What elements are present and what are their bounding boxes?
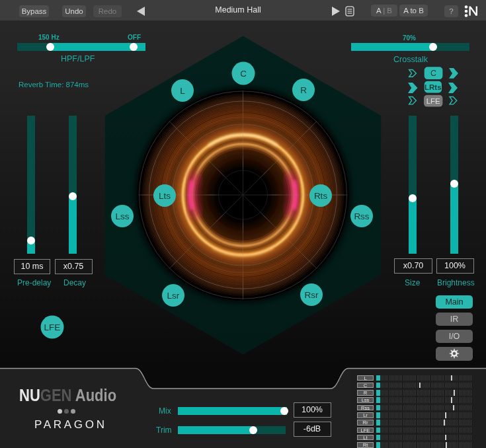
svg-text:C: C xyxy=(240,69,247,79)
svg-text:LRts: LRts xyxy=(425,83,442,91)
svg-text:Rts: Rts xyxy=(314,191,328,201)
svg-text:Rss: Rss xyxy=(354,211,369,221)
svg-text:R: R xyxy=(300,85,307,95)
svg-text:LFE: LFE xyxy=(44,322,61,332)
svg-text:Rsr: Rsr xyxy=(305,290,319,300)
svg-text:LFE: LFE xyxy=(426,97,440,105)
svg-text:Lsr: Lsr xyxy=(167,291,180,301)
svg-text:Lss: Lss xyxy=(115,211,129,221)
svg-text:Lts: Lts xyxy=(159,191,171,201)
svg-text:C: C xyxy=(430,69,436,78)
svg-text:L: L xyxy=(180,86,185,96)
